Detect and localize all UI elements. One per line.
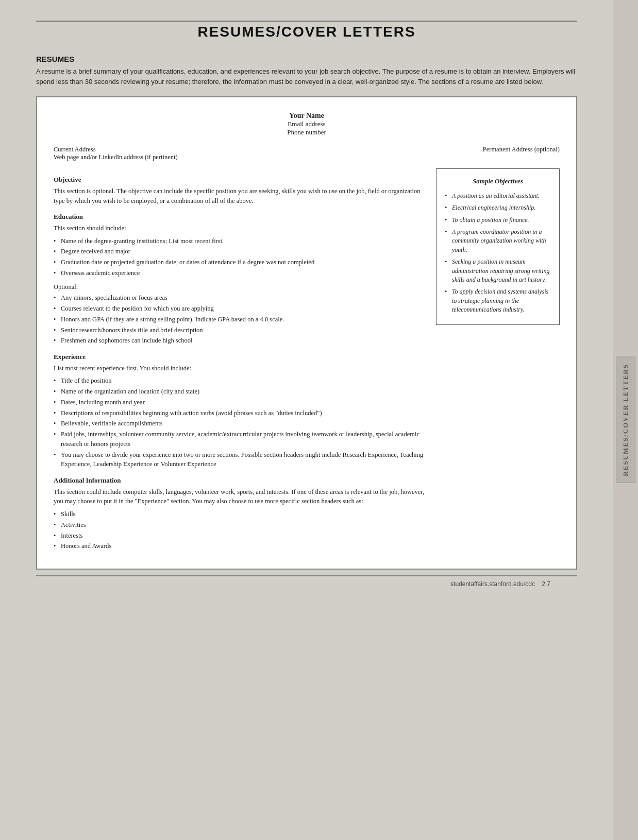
edu-opt-bullet-2: Courses relevant to the position for whi… <box>54 304 427 314</box>
sample-objectives-column: Sample Objectives A position as an edito… <box>436 168 560 552</box>
resume-email: Email address <box>54 120 560 128</box>
objective-body: This section is optional. The objective … <box>54 186 427 206</box>
resume-name: Your Name <box>54 112 560 120</box>
add-bullet-3: Interests <box>54 531 427 541</box>
add-bullet-4: Honors and Awards <box>54 541 427 551</box>
exp-bullet-6: Paid jobs, internships, volunteer commun… <box>54 430 427 449</box>
main-content: RESUMES/COVER LETTERS RESUMES A resume i… <box>0 0 613 840</box>
side-tab-label: RESUMES/COVER LETTERS <box>616 357 635 483</box>
side-tab: RESUMES/COVER LETTERS <box>613 0 638 840</box>
web-address: Web page and/or LinkedIn address (if per… <box>54 153 178 161</box>
education-title: Education <box>54 212 427 222</box>
edu-opt-bullet-1: Any minors, specialization or focus area… <box>54 293 427 303</box>
page-wrapper: RESUMES/COVER LETTERS RESUMES A resume i… <box>0 0 638 840</box>
experience-bullets: Title of the position Name of the organi… <box>54 376 427 469</box>
edu-bullet-2: Degree received and major <box>54 247 427 256</box>
exp-bullet-1: Title of the position <box>54 376 427 386</box>
page-title: RESUMES/COVER LETTERS <box>36 24 577 40</box>
current-address-label: Current Address <box>54 146 178 153</box>
experience-title: Experience <box>54 352 427 362</box>
edu-opt-bullet-4: Senior research/honors thesis title and … <box>54 325 427 335</box>
sample-objectives-box: Sample Objectives A position as an edito… <box>436 168 560 325</box>
sample-obj-5: Seeking a position in museum administrat… <box>445 258 551 284</box>
footer-url: studentaffairs.stanford.edu/cdc <box>450 580 535 588</box>
additional-title: Additional Information <box>54 475 427 486</box>
edu-opt-bullet-5: Freshmen and sophomores can include high… <box>54 336 427 346</box>
optional-label: Optional: <box>54 282 427 292</box>
exp-bullet-3: Dates, including month and year <box>54 398 427 407</box>
add-bullet-2: Activities <box>54 520 427 530</box>
resumes-heading: RESUMES <box>36 55 577 63</box>
resume-phone: Phone number <box>54 128 560 136</box>
education-optional-bullets: Any minors, specialization or focus area… <box>54 293 427 346</box>
education-bullets: Name of the degree-granting institutions… <box>54 236 427 278</box>
resume-left-column: Objective This section is optional. The … <box>54 168 436 552</box>
address-row: Current Address Web page and/or LinkedIn… <box>54 146 560 161</box>
sample-obj-1: A position as an editorial assistant. <box>445 192 551 200</box>
top-divider <box>36 21 577 22</box>
edu-bullet-1: Name of the degree-granting institutions… <box>54 236 427 246</box>
sample-obj-2: Electrical engineering internship. <box>445 203 551 212</box>
sample-objectives-title: Sample Objectives <box>445 176 551 186</box>
edu-opt-bullet-3: Honors and GPA (if they are a strong sel… <box>54 315 427 324</box>
resume-header: Your Name Email address Phone number <box>54 112 560 136</box>
sample-obj-3: To obtain a position in finance. <box>445 216 551 225</box>
exp-bullet-7: You may choose to divide your experience… <box>54 450 427 470</box>
sample-obj-4: A program coordinator position in a comm… <box>445 228 551 254</box>
experience-intro: List most recent experience first. You s… <box>54 364 427 373</box>
edu-bullet-4: Overseas academic experience <box>54 268 427 278</box>
additional-bullets: Skills Activities Interests Honors and A… <box>54 509 427 551</box>
resume-body: Objective This section is optional. The … <box>54 168 560 552</box>
add-bullet-1: Skills <box>54 509 427 519</box>
sample-obj-6: To apply decision and systems analysis t… <box>445 287 551 314</box>
objective-title: Objective <box>54 175 427 185</box>
edu-bullet-3: Graduation date or projected graduation … <box>54 258 427 267</box>
permanent-address: Permanent Address (optional) <box>483 146 560 161</box>
additional-body: This section could include computer skil… <box>54 487 427 507</box>
resume-box: Your Name Email address Phone number Cur… <box>36 96 577 570</box>
exp-bullet-2: Name of the organization and location (c… <box>54 387 427 397</box>
current-address-block: Current Address Web page and/or LinkedIn… <box>54 146 178 161</box>
footer-page: 2 7 <box>542 580 550 588</box>
education-intro: This section should include: <box>54 224 427 233</box>
resumes-intro: A resume is a brief summary of your qual… <box>36 66 577 87</box>
exp-bullet-4: Descriptions of responsibilities beginni… <box>54 408 427 418</box>
sample-objectives-list: A position as an editorial assistant. El… <box>445 192 551 315</box>
footer: studentaffairs.stanford.edu/cdc 2 7 <box>36 576 577 588</box>
exp-bullet-5: Believable, verifiable accomplishments <box>54 419 427 428</box>
